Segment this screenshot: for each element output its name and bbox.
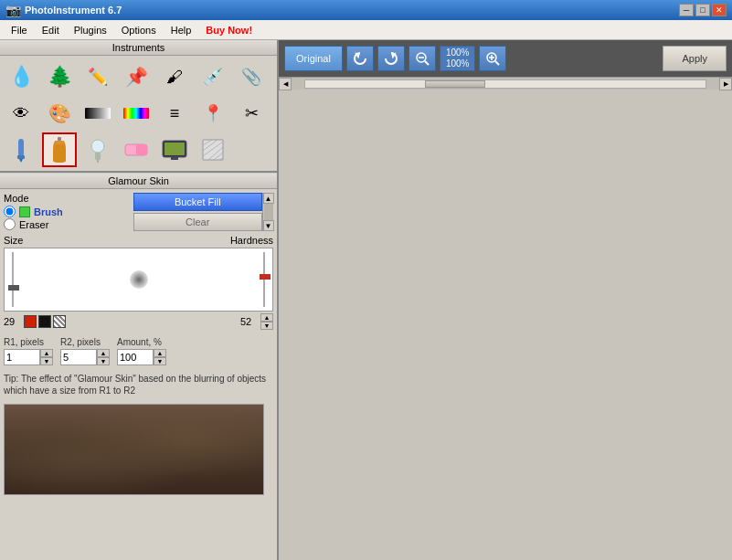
scroll-h-right[interactable]: ▶	[719, 78, 732, 90]
hardness-slider-container	[263, 252, 265, 307]
size-slider-container	[12, 252, 14, 307]
zoom-in-button[interactable]	[479, 46, 506, 71]
brush-radio[interactable]	[4, 206, 16, 217]
svg-rect-3	[17, 155, 25, 159]
svg-rect-2	[18, 139, 24, 157]
right-content: ▲ ▼ ◀ ▶	[279, 77, 732, 560]
menu-edit[interactable]: Edit	[35, 23, 67, 37]
svg-rect-14	[164, 143, 185, 155]
zoom-line1: 100%	[446, 48, 470, 58]
r1-down[interactable]: ▼	[40, 357, 53, 365]
r1-spin: ▲ ▼	[40, 349, 53, 365]
tool-pin[interactable]: 📎	[234, 59, 269, 94]
tool-pencil[interactable]: ✏️	[80, 59, 115, 94]
amount-spin: ▲ ▼	[154, 349, 166, 365]
size-value-row: 29 52 ▲ ▼	[4, 313, 273, 330]
tool-gradient[interactable]	[80, 96, 115, 131]
zoom-display: 100% 100%	[440, 46, 476, 71]
r2-input[interactable]	[60, 349, 97, 365]
tool-lines[interactable]: ≡	[157, 96, 192, 131]
tool-stamp[interactable]: 📌	[119, 59, 154, 94]
svg-rect-5	[58, 137, 61, 141]
tool-tube[interactable]	[4, 132, 38, 167]
instruments-section: Instruments 💧 🌲 ✏️ 📌 🖌 💉 📎 👁 🎨	[0, 40, 277, 173]
apply-button[interactable]: Apply	[663, 46, 727, 71]
tool-scissors[interactable]: ✂	[234, 96, 269, 131]
redo-button[interactable]	[377, 46, 405, 71]
hardness-down[interactable]: ▼	[260, 322, 273, 330]
params-row: R1, pixels ▲ ▼ R2, pixels ▲	[4, 337, 273, 365]
mode-controls: Mode Brush Eraser	[4, 193, 133, 231]
size-slider-track	[12, 252, 14, 307]
size-slider-thumb[interactable]	[8, 285, 19, 291]
menu-buy-now[interactable]: Buy Now!	[198, 23, 260, 37]
tool-pushpin[interactable]: 📍	[196, 96, 230, 131]
toolbar-top: Original 100% 100% Apply	[279, 40, 732, 77]
clear-button[interactable]: Clear	[133, 213, 263, 231]
r2-up[interactable]: ▲	[97, 349, 110, 357]
tool-eye[interactable]: 👁	[4, 96, 38, 131]
size-label: Size	[4, 235, 23, 246]
scroll-h-thumb[interactable]	[425, 80, 485, 88]
bucket-fill-button[interactable]: Bucket Fill	[133, 193, 263, 211]
tool-texture[interactable]	[196, 132, 230, 167]
size-value-display: 29	[4, 315, 66, 328]
original-button[interactable]: Original	[284, 46, 343, 71]
r1-up[interactable]: ▲	[40, 349, 53, 357]
r1-input-wrap: ▲ ▼	[4, 349, 53, 365]
eraser-label: Eraser	[19, 219, 48, 230]
tool-tv[interactable]	[157, 132, 192, 167]
secondary-color-swatch[interactable]	[38, 315, 51, 328]
r2-spin: ▲ ▼	[97, 349, 110, 365]
menu-file[interactable]: File	[4, 23, 35, 37]
hardness-slider-track	[263, 252, 265, 307]
scroll-down-arrow[interactable]: ▼	[263, 220, 274, 231]
primary-color-swatch[interactable]	[24, 315, 37, 328]
size-value: 29	[4, 316, 22, 327]
tool-syringe[interactable]: 💉	[196, 59, 230, 94]
amount-input[interactable]	[117, 349, 154, 365]
properties-panel: Mode Brush Eraser Bucket Fill Clear	[0, 189, 277, 560]
amount-down[interactable]: ▼	[154, 357, 166, 365]
tip-text: Tip: The effect of "Glamour Skin" based …	[4, 373, 273, 396]
size-hardness-area	[4, 248, 273, 312]
tool-brush[interactable]: 🖌	[157, 59, 192, 94]
zoom-line2: 100%	[446, 58, 470, 69]
horizontal-scrollbar: ◀ ▶	[279, 77, 732, 90]
r1-label: R1, pixels	[4, 337, 53, 347]
tool-tree[interactable]: 🌲	[42, 59, 77, 94]
amount-up[interactable]: ▲	[154, 349, 166, 357]
close-button[interactable]: ✕	[712, 4, 727, 16]
maximize-button[interactable]: □	[695, 4, 710, 16]
r1-input[interactable]	[4, 349, 40, 365]
hardness-up[interactable]: ▲	[260, 313, 273, 322]
mode-section-row: Mode Brush Eraser Bucket Fill Clear	[4, 193, 273, 231]
action-buttons: Bucket Fill Clear	[133, 193, 263, 231]
tool-spectrum[interactable]	[119, 96, 154, 131]
tool-color-wheel[interactable]: 🎨	[42, 96, 77, 131]
scroll-up-arrow[interactable]: ▲	[263, 193, 274, 204]
menu-help[interactable]: Help	[164, 23, 199, 37]
preview-image	[4, 404, 264, 495]
svg-line-22	[495, 61, 499, 65]
minimize-button[interactable]: ─	[679, 4, 694, 16]
menu-options[interactable]: Options	[114, 23, 164, 37]
menu-plugins[interactable]: Plugins	[67, 23, 114, 37]
r2-label: R2, pixels	[60, 337, 110, 347]
hardness-slider-thumb[interactable]	[260, 274, 271, 280]
scroll-h-left[interactable]: ◀	[279, 78, 292, 90]
tool-bulb[interactable]	[80, 132, 115, 167]
tool-dropper[interactable]: 💧	[4, 59, 38, 94]
tool-eraser[interactable]	[119, 132, 154, 167]
hardness-value: 52	[240, 316, 259, 327]
size-hardness-section: Size Hardness	[4, 235, 273, 330]
right-panel: Original 100% 100% Apply	[279, 40, 732, 560]
zoom-out-button[interactable]	[408, 46, 436, 71]
eraser-radio[interactable]	[4, 218, 16, 230]
amount-input-wrap: ▲ ▼	[117, 349, 166, 365]
scroll-h-track	[304, 79, 706, 89]
undo-button[interactable]	[346, 46, 374, 71]
r2-down[interactable]: ▼	[97, 357, 110, 365]
pattern-swatch[interactable]	[53, 315, 66, 328]
tool-bottle-selected[interactable]	[42, 132, 77, 167]
